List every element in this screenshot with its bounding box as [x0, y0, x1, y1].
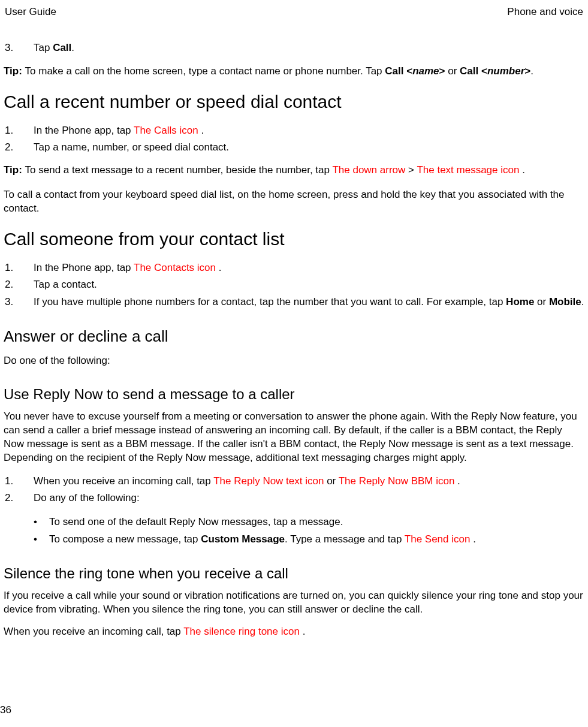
custom-message-label: Custom Message [201, 533, 285, 545]
page-header: User Guide Phone and voice [4, 6, 584, 18]
down-arrow-icon: The down arrow [332, 164, 408, 176]
heading-silence: Silence the ring tone when you receive a… [4, 565, 584, 582]
text: . [303, 626, 306, 637]
text: To send a text message to a recent numbe… [25, 164, 333, 176]
header-left: User Guide [5, 6, 56, 18]
item-number: 2. [4, 277, 34, 292]
heading-call-recent: Call a recent number or speed dial conta… [4, 92, 584, 112]
paragraph: You never have to excuse yourself from a… [4, 410, 584, 465]
text: . [71, 42, 74, 53]
text: When you receive an incoming call, tap [4, 626, 183, 637]
italic-text: number [487, 65, 524, 77]
tip-label: Tip: [4, 164, 25, 176]
paragraph: When you receive an incoming call, tap T… [4, 625, 584, 639]
item-text: Do any of the following: [34, 490, 584, 506]
bullet-icon: • [34, 532, 49, 547]
step-number: 3. [4, 42, 34, 54]
text: . [522, 164, 525, 176]
item-number: 1. [4, 473, 34, 489]
send-icon: The Send icon [405, 533, 473, 545]
text: In the Phone app, tap [34, 125, 134, 136]
item-number: 1. [4, 123, 34, 138]
page-number: 36 [0, 704, 11, 716]
step-text: Tap Call. [34, 42, 584, 54]
home-label: Home [506, 296, 534, 307]
item-text: Tap a contact. [34, 277, 584, 292]
list-item: 2. Do any of the following: [4, 490, 584, 506]
contacts-icon: The Contacts icon [134, 262, 219, 273]
header-right: Phone and voice [507, 6, 583, 18]
step-3: 3. Tap Call. [4, 42, 584, 54]
heading-reply-now: Use Reply Now to send a message to a cal… [4, 386, 584, 403]
text: > [408, 164, 417, 176]
text: . [530, 65, 533, 77]
list-item: 2. Tap a name, number, or speed dial con… [4, 140, 584, 155]
text: . [581, 296, 584, 307]
bold-text: > [524, 65, 530, 77]
list-item: 1. In the Phone app, tap The Contacts ic… [4, 260, 584, 276]
text: or [327, 475, 339, 487]
item-text: Tap a name, number, or speed dial contac… [34, 140, 584, 155]
item-text: To compose a new message, tap Custom Mes… [49, 532, 584, 547]
paragraph: To call a contact from your keyboard spe… [4, 188, 584, 216]
text: In the Phone app, tap [34, 262, 134, 273]
item-number: 2. [4, 140, 34, 155]
ordered-list-b: 1. In the Phone app, tap The Contacts ic… [4, 260, 584, 310]
text: or [445, 65, 460, 77]
item-text: To send one of the default Reply Now mes… [49, 514, 584, 530]
list-item: • To compose a new message, tap Custom M… [34, 532, 584, 547]
item-text: When you receive an incoming call, tap T… [34, 473, 584, 489]
item-number: 2. [4, 490, 34, 506]
text: . [457, 475, 460, 487]
silence-ring-tone-icon: The silence ring tone icon [183, 626, 302, 637]
paragraph: If you receive a call while your sound o… [4, 589, 584, 617]
item-number: 3. [4, 294, 34, 310]
bold-text: > [439, 65, 445, 77]
paragraph: Do one of the following: [4, 354, 584, 368]
ordered-list-c: 1. When you receive an incoming call, ta… [4, 473, 584, 506]
text: Tap [34, 42, 53, 53]
text: If you have multiple phone numbers for a… [34, 296, 506, 307]
list-item: 1. When you receive an incoming call, ta… [4, 473, 584, 489]
text: or [534, 296, 549, 307]
italic-text: name [412, 65, 439, 77]
text: . [473, 533, 476, 545]
list-item: • To send one of the default Reply Now m… [34, 514, 584, 530]
bold-text: Call < [385, 65, 412, 77]
mobile-label: Mobile [549, 296, 581, 307]
heading-call-contact: Call someone from your contact list [4, 229, 584, 249]
reply-now-bbm-icon: The Reply Now BBM icon [339, 475, 457, 487]
text: . [219, 262, 222, 273]
list-item: 1. In the Phone app, tap The Calls icon … [4, 123, 584, 138]
text-message-icon: The text message icon [417, 164, 522, 176]
reply-now-text-icon: The Reply Now text icon [213, 475, 327, 487]
calls-icon: The Calls icon [134, 125, 201, 136]
bold-text: Call < [460, 65, 487, 77]
item-text: In the Phone app, tap The Calls icon . [34, 123, 584, 138]
bullet-icon: • [34, 514, 49, 530]
tip-2: Tip: To send a text message to a recent … [4, 164, 584, 177]
text: . Type a message and tap [285, 533, 405, 545]
call-label: Call [53, 42, 71, 53]
item-text: In the Phone app, tap The Contacts icon … [34, 260, 584, 276]
item-text: If you have multiple phone numbers for a… [34, 294, 584, 310]
list-item: 3. If you have multiple phone numbers fo… [4, 294, 584, 310]
text: When you receive an incoming call, tap [34, 475, 213, 487]
text: To make a call on the home screen, type … [25, 65, 385, 77]
item-number: 1. [4, 260, 34, 276]
tip-1: Tip: To make a call on the home screen, … [4, 65, 584, 79]
bullet-list: • To send one of the default Reply Now m… [4, 514, 584, 547]
heading-answer-decline: Answer or decline a call [4, 327, 584, 346]
list-item: 2. Tap a contact. [4, 277, 584, 292]
text: . [201, 125, 204, 136]
tip-label: Tip: [4, 65, 25, 77]
text: To compose a new message, tap [49, 533, 201, 545]
ordered-list-a: 1. In the Phone app, tap The Calls icon … [4, 123, 584, 155]
